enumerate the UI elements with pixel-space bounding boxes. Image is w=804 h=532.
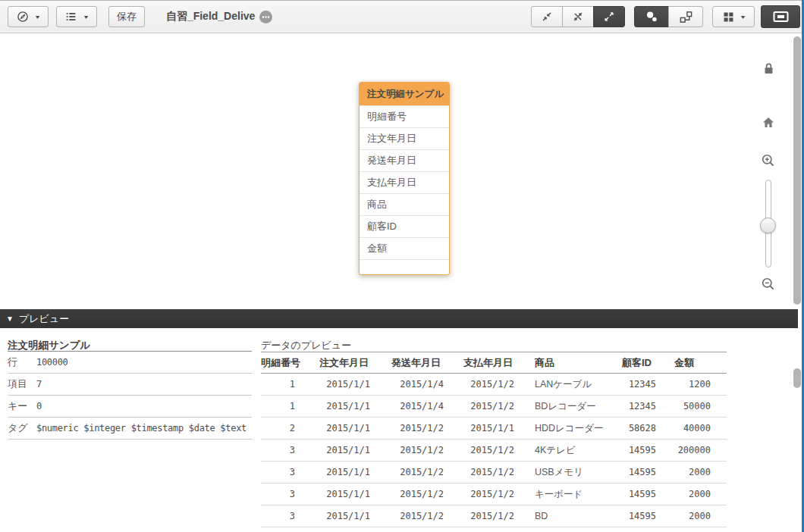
expand-collapse-group xyxy=(531,6,625,27)
cell-amount: 40000 xyxy=(671,418,727,440)
model-view-group xyxy=(634,6,703,27)
data-preview-row: 2 2015/1/1 2015/1/2 2015/1/1 HDDレコーダー 58… xyxy=(261,418,727,440)
cell-ship-date: 2015/1/4 xyxy=(370,396,444,418)
preview-panel-toggle-button[interactable] xyxy=(761,5,800,28)
cell-line-no: 3 xyxy=(261,462,302,483)
home-button[interactable] xyxy=(761,115,776,130)
table-card[interactable]: 注文明細サンプル 明細番号注文年月日発送年月日支払年月日商品顧客ID金額 xyxy=(359,82,450,275)
expand-icon xyxy=(602,10,616,23)
cell-pay-date: 2015/1/1 xyxy=(444,418,514,440)
cell-order-date: 2015/1/1 xyxy=(302,440,370,462)
data-preview-panel: データのプレビュー 明細番号 注文年月日 発送年月日 支払年月日 商品 顧客ID… xyxy=(261,339,727,527)
meta-row: タグ $numeric $integer $timestamp $date $t… xyxy=(8,418,252,440)
meta-table-title: 注文明細サンプル xyxy=(8,339,252,352)
column-header: 商品 xyxy=(514,352,614,374)
list-icon xyxy=(64,10,78,23)
meta-label: タグ xyxy=(8,421,36,435)
app-title-area: 自習_Field_Delive xyxy=(166,10,273,23)
cell-amount: 50000 xyxy=(671,396,727,418)
cell-order-date: 2015/1/1 xyxy=(302,505,370,527)
zoom-in-button[interactable] xyxy=(761,153,776,168)
cell-order-date: 2015/1/1 xyxy=(302,483,370,505)
cell-amount: 200000 xyxy=(671,440,727,462)
zoom-out-button[interactable] xyxy=(761,277,776,292)
expand-view-button[interactable] xyxy=(593,6,625,27)
meta-label: 行 xyxy=(8,355,36,369)
cell-ship-date: 2015/1/2 xyxy=(370,505,444,527)
cell-line-no: 2 xyxy=(261,418,302,440)
table-card-field[interactable]: 顧客ID xyxy=(360,215,449,237)
cell-amount: 2000 xyxy=(671,505,727,527)
zoom-in-icon xyxy=(761,153,776,168)
cell-order-date: 2015/1/1 xyxy=(302,418,370,440)
cell-ship-date: 2015/1/2 xyxy=(370,483,444,505)
table-card-field[interactable]: 注文年月日 xyxy=(360,127,449,149)
cell-order-date: 2015/1/1 xyxy=(302,396,370,418)
table-card-field[interactable]: 明細番号 xyxy=(360,105,449,127)
caret-down-icon: ▼ xyxy=(83,14,90,20)
meta-value: $numeric $integer $timestamp $date $text xyxy=(36,423,247,433)
cell-product: USBメモリ xyxy=(514,462,614,483)
table-card-field[interactable]: 金額 xyxy=(360,237,449,259)
cell-product: キーボード xyxy=(514,483,614,505)
table-card-fields: 明細番号注文年月日発送年月日支払年月日商品顧客ID金額 xyxy=(360,105,449,259)
cell-product: LANケーブル xyxy=(514,374,614,396)
column-header: 注文年月日 xyxy=(302,352,370,374)
schema-icon xyxy=(679,10,693,24)
canvas-scrollbar-thumb[interactable] xyxy=(793,36,801,305)
table-card-field[interactable]: 支払年月日 xyxy=(360,171,449,193)
model-canvas[interactable]: 注文明細サンプル 明細番号注文年月日発送年月日支払年月日商品顧客ID金額 xyxy=(0,34,804,309)
cell-customer-id: 14595 xyxy=(614,505,671,527)
cell-pay-date: 2015/1/2 xyxy=(444,462,514,483)
cell-ship-date: 2015/1/2 xyxy=(370,462,444,483)
table-card-field[interactable]: 発送年月日 xyxy=(360,149,449,171)
cell-pay-date: 2015/1/2 xyxy=(444,483,514,505)
collapse-inward-icon xyxy=(540,10,554,23)
data-preview-title: データのプレビュー xyxy=(261,339,727,352)
data-preview-row: 3 2015/1/1 2015/1/2 2015/1/2 BD 14595 20… xyxy=(261,505,727,527)
cell-ship-date: 2015/1/2 xyxy=(370,440,444,462)
column-header: 金額 xyxy=(671,352,727,374)
table-card-field[interactable]: 商品 xyxy=(360,193,449,215)
cell-customer-id: 12345 xyxy=(614,374,671,396)
cell-pay-date: 2015/1/2 xyxy=(444,396,514,418)
data-preview-header-row: 明細番号 注文年月日 発送年月日 支払年月日 商品 顧客ID 金額 xyxy=(261,352,727,374)
meta-label: キー xyxy=(8,399,36,413)
cell-line-no: 1 xyxy=(261,396,302,418)
cell-customer-id: 14595 xyxy=(614,440,671,462)
table-card-title[interactable]: 注文明細サンプル xyxy=(360,83,449,105)
meta-value: 100000 xyxy=(36,357,68,368)
schema-view-button[interactable] xyxy=(668,6,703,27)
preview-panel-header[interactable]: ▼ プレビュー xyxy=(0,309,798,328)
bubbles-view-button[interactable] xyxy=(634,6,669,27)
home-icon xyxy=(761,115,776,130)
cell-order-date: 2015/1/1 xyxy=(302,462,370,483)
data-preview-row: 3 2015/1/1 2015/1/2 2015/1/2 USBメモリ 1459… xyxy=(261,462,727,483)
ellipsis-icon[interactable] xyxy=(259,11,272,23)
cell-amount: 2000 xyxy=(671,462,727,483)
cell-ship-date: 2015/1/2 xyxy=(370,418,444,440)
data-preview-row: 3 2015/1/1 2015/1/2 2015/1/2 4Kテレビ 14595… xyxy=(261,440,727,462)
data-preview-table: 明細番号 注文年月日 発送年月日 支払年月日 商品 顧客ID 金額 1 2015… xyxy=(261,352,727,527)
cell-product: 4Kテレビ xyxy=(514,440,614,462)
lock-toggle[interactable] xyxy=(762,61,776,76)
collapse-triangle-icon: ▼ xyxy=(6,315,14,323)
table-card-footer xyxy=(360,259,449,274)
zoom-slider-thumb[interactable] xyxy=(760,217,776,233)
navigation-menu-button[interactable]: ▼ xyxy=(8,6,49,27)
cell-order-date: 2015/1/1 xyxy=(302,374,370,396)
save-button[interactable]: 保存 xyxy=(108,6,145,27)
data-preview-row: 1 2015/1/1 2015/1/4 2015/1/2 LANケーブル 123… xyxy=(261,374,727,396)
layout-grid-dropdown[interactable]: ▼ xyxy=(712,6,755,27)
cell-customer-id: 14595 xyxy=(614,483,671,505)
cell-line-no: 3 xyxy=(261,483,302,505)
caret-down-icon: ▼ xyxy=(34,14,41,20)
cell-pay-date: 2015/1/2 xyxy=(444,505,514,527)
meta-value: 0 xyxy=(36,401,42,412)
preview-panel-label: プレビュー xyxy=(19,312,69,326)
view-menu-button[interactable]: ▼ xyxy=(56,6,97,27)
collapse-view-button[interactable] xyxy=(531,6,563,27)
caret-down-icon: ▼ xyxy=(739,14,746,20)
collapse-all-button[interactable] xyxy=(562,6,594,27)
preview-scrollbar-thumb[interactable] xyxy=(793,368,801,388)
